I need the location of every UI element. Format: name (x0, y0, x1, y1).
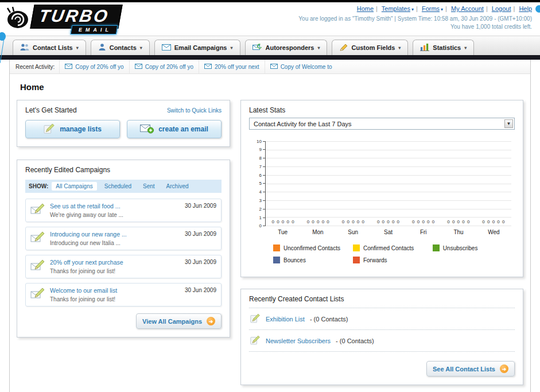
latest-stats-panel: Latest Stats Contact Activity for the La… (240, 100, 523, 277)
chart-y-axis: 109876543210 (252, 141, 265, 226)
campaign-subtitle: Thanks for joining our list! (50, 268, 180, 274)
bar-group-values: 0 0 0 0 0 (441, 219, 476, 224)
separator: | (416, 5, 418, 12)
email-campaigns-icon (162, 44, 171, 52)
campaign-date: 30 Jun 2009 (185, 287, 216, 293)
contact-activity-chart: 109876543210 0 0 0 0 00 0 0 0 00 0 0 0 0… (249, 141, 515, 226)
recent-activity-item[interactable]: Copy of 20% off yo (129, 60, 199, 73)
chevron-down-icon: ▾ (317, 45, 320, 51)
switch-quick-links-link[interactable]: Switch to Quick Links (167, 107, 222, 114)
chart-legend: Unconfirmed ContactsConfirmed ContactsUn… (249, 244, 515, 269)
get-started-panel: Let's Get Started Switch to Quick Links … (17, 100, 230, 147)
envelope-pencil-icon (30, 231, 45, 246)
nav-link-templates[interactable]: Templates▾ (382, 5, 414, 12)
recent-activity-item[interactable]: Copy of 20% off yo (59, 60, 129, 73)
campaigns-filter-bar: SHOW: All Campaigns Scheduled Sent Archi… (25, 180, 222, 193)
recent-activity-item[interactable]: 20% off your next (199, 60, 265, 73)
pencil-page-icon (250, 313, 261, 324)
separator: | (376, 5, 378, 12)
main-tab-bar: Contact Lists▾ Contacts▾ Email Campaigns… (0, 36, 540, 55)
nav-link-my-account[interactable]: My Account (451, 5, 484, 12)
filter-tab-scheduled[interactable]: Scheduled (100, 182, 135, 191)
recent-activity-item[interactable]: Copy of Welcome to (265, 60, 337, 73)
manage-lists-button[interactable]: manage lists (25, 120, 120, 138)
chevron-down-icon: ▾ (230, 45, 232, 51)
get-started-title: Let's Get Started (25, 106, 77, 114)
legend-item: Forwards (353, 257, 433, 263)
arrow-right-icon: ➜ (207, 317, 215, 325)
logo-sub-text: EMAIL (70, 25, 118, 34)
tab-custom-fields[interactable]: Custom Fields▾ (332, 40, 408, 55)
campaign-row[interactable]: Welcome to our email list Thanks for joi… (25, 283, 222, 306)
page-title: Home (20, 82, 523, 92)
login-info: You are logged in as "Timothy Smith" | S… (298, 15, 532, 22)
contact-list-count: - (0 Contacts) (336, 337, 374, 344)
view-all-campaigns-button[interactable]: View All Campaigns ➜ (136, 313, 222, 329)
tab-autoresponders[interactable]: Autoresponders▾ (245, 40, 328, 55)
nav-link-logout[interactable]: Logout (492, 5, 511, 12)
contact-list-row[interactable]: Exhibition List - (0 Contacts) (249, 308, 515, 330)
legend-item: Unsubscribes (433, 244, 512, 251)
filter-tab-sent[interactable]: Sent (139, 182, 159, 191)
legend-item: Confirmed Contacts (353, 244, 433, 251)
chart-x-axis: TueMonSunSatFriThuWed (249, 229, 515, 235)
legend-swatch (273, 257, 280, 263)
campaign-title-link[interactable]: Welcome to our email list (50, 287, 180, 294)
contact-lists-panel-title: Recently Created Contact Lists (249, 295, 344, 303)
envelope-pencil-icon (30, 203, 45, 218)
nav-link-forms[interactable]: Forms▾ (422, 5, 443, 12)
chevron-down-icon: ▾ (464, 45, 467, 51)
nav-link-help[interactable]: Help (519, 5, 532, 12)
chevron-down-icon: ▾ (411, 7, 414, 12)
top-nav: Home| Templates▾| Forms▾| My Account| Lo… (298, 5, 532, 12)
chevron-down-icon: ▾ (441, 7, 443, 12)
campaign-date: 30 Jun 2009 (185, 231, 216, 237)
campaign-subtitle: We're giving away our late ... (50, 212, 180, 218)
contact-list-name-link[interactable]: Newsletter Subscribers (266, 337, 331, 344)
legend-swatch (353, 257, 360, 263)
recent-contact-lists-panel: Recently Created Contact Lists Exhibitio… (240, 289, 523, 385)
custom-fields-icon (339, 43, 348, 52)
tab-contacts[interactable]: Contacts▾ (91, 40, 150, 55)
nav-link-home[interactable]: Home (357, 5, 374, 12)
arrow-right-icon: ➜ (500, 364, 508, 373)
filter-tab-all-campaigns[interactable]: All Campaigns (52, 182, 96, 191)
contact-list-name-link[interactable]: Exhibition List (266, 316, 305, 323)
bar-group-values: 0 0 0 0 0 (301, 219, 336, 224)
create-email-button[interactable]: create an email (127, 120, 222, 138)
campaign-row[interactable]: Introducing our new range ... Introducin… (25, 227, 222, 250)
campaign-title-link[interactable]: 20% off your next purchase (50, 259, 180, 266)
separator: | (513, 5, 515, 12)
chevron-down-icon: ▾ (398, 45, 401, 51)
campaign-title-link[interactable]: Introducing our new range ... (50, 231, 180, 238)
tab-statistics[interactable]: Statistics▾ (413, 40, 474, 55)
bar-group-values: 0 0 0 0 0 (476, 219, 511, 224)
contact-list-row[interactable]: Newsletter Subscribers - (0 Contacts) (249, 330, 515, 352)
recent-activity-label: Recent Activity: (15, 64, 55, 70)
campaign-date: 30 Jun 2009 (185, 259, 216, 265)
chart-value-labels: 0 0 0 0 00 0 0 0 00 0 0 0 00 0 0 0 00 0 … (266, 219, 511, 224)
header-right: Home| Templates▾| Forms▾| My Account| Lo… (298, 5, 532, 30)
campaign-row[interactable]: 20% off your next purchase Thanks for jo… (25, 255, 222, 278)
main-frame: Recent Activity: Copy of 20% off yo Copy… (9, 60, 531, 392)
bar-group-values: 0 0 0 0 0 (406, 219, 441, 224)
see-all-contact-lists-button[interactable]: See All Contact Lists ➜ (426, 361, 515, 377)
bar-group-values: 0 0 0 0 0 (371, 219, 406, 224)
header: TURBO EMAIL Home| Templates▾| Forms▾| My… (0, 2, 540, 36)
tab-email-campaigns[interactable]: Email Campaigns▾ (154, 40, 240, 55)
contact-lists-icon (20, 43, 29, 52)
x-axis-label: Mon (300, 229, 335, 235)
app-window: TURBO EMAIL Home| Templates▾| Forms▾| My… (0, 0, 540, 392)
filter-tab-archived[interactable]: Archived (162, 182, 193, 191)
x-axis-label: Tue (265, 229, 300, 235)
separator: | (486, 5, 488, 12)
stats-period-select[interactable]: Contact Activity for the Last 7 Days ▼ (249, 118, 515, 130)
app-logo[interactable]: TURBO EMAIL (6, 5, 121, 34)
divider-bar (0, 55, 540, 60)
bar-group-values: 0 0 0 0 0 (266, 219, 301, 224)
legend-swatch (353, 244, 360, 251)
tab-contact-lists[interactable]: Contact Lists▾ (13, 40, 86, 55)
campaign-row[interactable]: See us at the retail food ... We're givi… (25, 199, 222, 222)
campaign-title-link[interactable]: See us at the retail food ... (50, 203, 180, 209)
separator: | (445, 5, 447, 12)
